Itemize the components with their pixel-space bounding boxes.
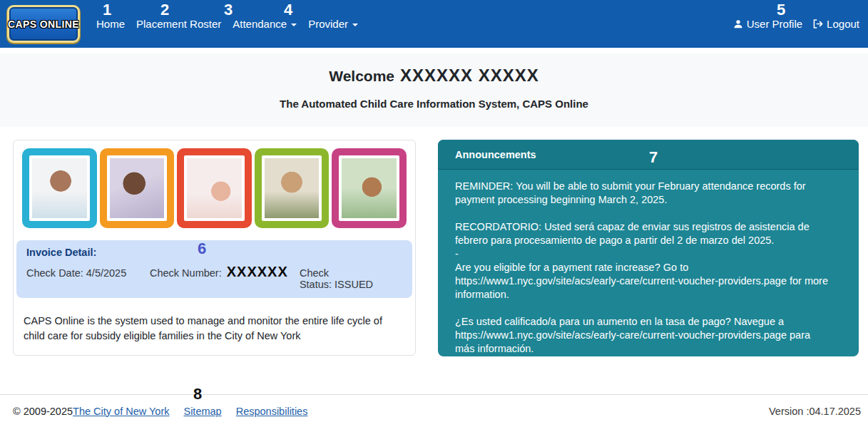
- check-status: Check Status:ISSUED: [300, 267, 402, 290]
- version-text: Version :04.17.2025: [769, 406, 861, 417]
- nav-item-home[interactable]: Home: [91, 18, 131, 30]
- nav-item-provider-label: Provider: [308, 18, 348, 30]
- check-status-label: Check Status:: [300, 267, 332, 290]
- logout-link[interactable]: Logout: [812, 18, 859, 30]
- footer-link-sitemap[interactable]: Sitemap: [183, 406, 221, 417]
- announcement-paragraph: REMINDER: You will be able to submit you…: [455, 180, 829, 207]
- nav-items: Home Placement Roster Attendance Provide…: [91, 18, 364, 30]
- user-name-redacted: XXXXXX XXXXX: [400, 66, 539, 85]
- check-number: Check Number:XXXXXX: [150, 264, 300, 280]
- navbar-right: User Profile Logout: [733, 18, 861, 30]
- children-blocks-image: [22, 148, 407, 228]
- announcement-paragraph: ¿Es usted calificado/a para un aumento e…: [455, 315, 829, 356]
- announcement-paragraph: Are you eligible for a payment rate incr…: [455, 261, 829, 302]
- chevron-down-icon: [291, 24, 297, 26]
- copyright-text: © 2009-2025: [13, 406, 73, 417]
- logo-text: CAPS ONLINE: [8, 19, 79, 30]
- photo-cube-green: [255, 148, 330, 228]
- child-photo: [184, 155, 245, 221]
- child-photo: [29, 155, 90, 221]
- chevron-down-icon: [352, 24, 358, 26]
- check-date-value: 4/5/2025: [86, 267, 126, 279]
- nav-item-placement-roster[interactable]: Placement Roster: [131, 18, 227, 30]
- logout-label: Logout: [827, 18, 859, 30]
- photo-cube-red: [177, 148, 252, 228]
- welcome-banner: WelcomeXXXXXX XXXXX The Automated Child …: [0, 53, 868, 127]
- announcements-panel: Announcements REMINDER: You will be able…: [438, 140, 859, 356]
- caps-online-logo[interactable]: CAPS ONLINE: [7, 5, 80, 43]
- user-profile-link[interactable]: User Profile: [733, 18, 802, 30]
- footer-link-city-of-new-york[interactable]: The City of New York: [73, 406, 169, 417]
- footer-left: © 2009-2025 The City of New York Sitemap…: [13, 406, 307, 417]
- child-photo: [262, 155, 322, 221]
- invoice-detail-row: Check Date:4/5/2025 Check Number:XXXXXX …: [26, 264, 402, 290]
- check-number-label: Check Number:: [150, 267, 222, 279]
- welcome-title: WelcomeXXXXXX XXXXX: [0, 53, 868, 86]
- nav-item-attendance[interactable]: Attendance: [227, 18, 302, 30]
- child-photo: [339, 155, 399, 221]
- photo-cube-pink: [332, 148, 407, 228]
- announcement-paragraph: -: [455, 247, 829, 261]
- announcement-paragraph: RECORDATORIO: Usted será capaz de enviar…: [455, 220, 829, 247]
- person-icon: [733, 19, 743, 29]
- photo-cube-orange: [100, 148, 175, 228]
- caps-description-text: CAPS Online is the system used to manage…: [14, 298, 415, 344]
- main-navbar: CAPS ONLINE Home Placement Roster Attend…: [0, 0, 868, 48]
- page-footer: © 2009-2025 The City of New York Sitemap…: [0, 394, 868, 427]
- announcements-title: Announcements: [438, 140, 859, 170]
- photo-cube-cyan: [22, 148, 97, 228]
- user-profile-label: User Profile: [747, 18, 802, 30]
- check-date: Check Date:4/5/2025: [26, 267, 150, 279]
- child-photo: [107, 155, 168, 221]
- welcome-subtitle: The Automated Child Care Information Sys…: [0, 98, 868, 110]
- welcome-greeting: Welcome: [329, 68, 394, 84]
- invoice-detail-title: Invoice Detail:: [26, 247, 402, 258]
- announcements-body: REMINDER: You will be able to submit you…: [438, 170, 859, 356]
- check-status-value: ISSUED: [335, 279, 373, 290]
- check-date-label: Check Date:: [26, 267, 83, 279]
- info-card: Invoice Detail: Check Date:4/5/2025 Chec…: [13, 140, 416, 356]
- nav-item-attendance-label: Attendance: [233, 18, 287, 30]
- logout-icon: [812, 19, 823, 29]
- footer-link-responsibilities[interactable]: Responsibilities: [236, 406, 308, 417]
- nav-item-provider[interactable]: Provider: [302, 18, 364, 30]
- invoice-detail-panel: Invoice Detail: Check Date:4/5/2025 Chec…: [16, 240, 412, 298]
- check-number-value-redacted: XXXXXX: [227, 264, 288, 280]
